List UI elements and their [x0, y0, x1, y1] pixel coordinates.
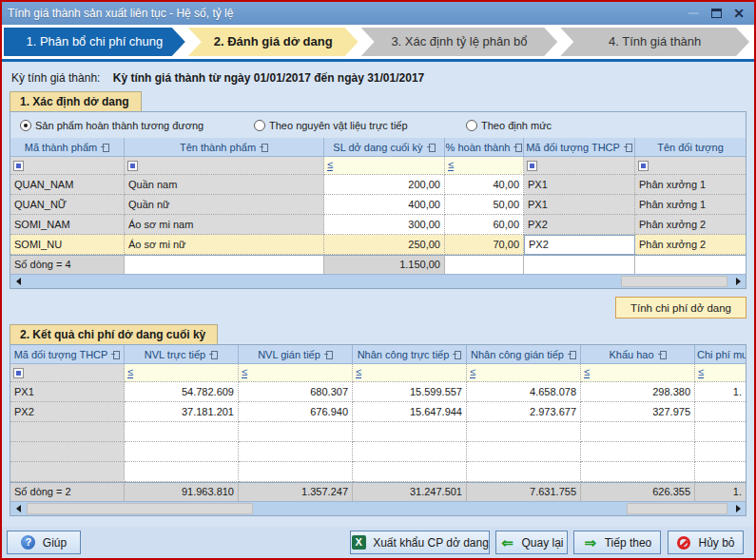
cell-objname[interactable]: Phân xưởng 1 [635, 195, 746, 215]
cell-objname[interactable]: Phân xưởng 2 [635, 235, 746, 255]
filter-cell[interactable]: ≤ [125, 364, 239, 382]
section1-tab[interactable]: 1. Xác định dở dang [10, 91, 142, 111]
less-equal-icon[interactable]: ≤ [127, 367, 133, 378]
scrollbar-thumb[interactable] [621, 276, 727, 287]
cell-obj[interactable]: PX1 [524, 195, 635, 215]
cancel-button[interactable]: Hủy bỏ [668, 531, 744, 554]
scroll-left-arrow[interactable] [10, 275, 26, 288]
filter-cell[interactable] [10, 364, 125, 382]
pin-icon[interactable] [658, 350, 667, 358]
cell-code[interactable]: SOMI_NAM [10, 215, 125, 235]
less-equal-icon[interactable]: ≤ [584, 367, 590, 378]
filter-cell[interactable] [635, 157, 746, 175]
cell-name[interactable]: Áo sơ mi nam [125, 215, 324, 235]
filter-box-icon[interactable] [527, 161, 537, 171]
filter-cell[interactable] [125, 157, 324, 175]
table-row-empty[interactable] [10, 462, 746, 482]
next-button[interactable]: ⇒ Tiếp theo [573, 531, 661, 554]
cell-objname[interactable]: Phân xưởng 2 [635, 215, 746, 235]
filter-cell[interactable]: ≤ [239, 364, 353, 382]
export-wip-cost-button[interactable]: X Xuất khẩu CP dở dang [350, 531, 490, 554]
filter-cell[interactable]: ≤ [353, 364, 467, 382]
cell-obj[interactable]: PX2 [524, 215, 635, 235]
section2-tab[interactable]: 2. Kết quả chi phí dở dang cuối kỳ [10, 324, 218, 344]
table-row[interactable]: PX1 54.782.609 680.307 15.599.557 4.658.… [10, 382, 746, 402]
minimize-button[interactable] [684, 5, 703, 22]
scrollbar-thumb-secondary[interactable] [627, 503, 727, 514]
column-header[interactable]: Nhân công gián tiếp [467, 345, 581, 364]
table-row[interactable]: QUAN_NAM Quần nam 200,00 40,00 PX1 Phân … [10, 175, 746, 195]
column-header[interactable]: Khấu hao [581, 345, 695, 364]
filter-cell[interactable]: ≤ [581, 364, 695, 382]
wizard-step-4[interactable]: 4. Tính giá thành [560, 28, 749, 56]
cell-khau-hao[interactable]: 298.380 [581, 382, 695, 402]
filter-cell[interactable] [524, 157, 635, 175]
cell-cp-mua[interactable] [695, 402, 746, 422]
less-equal-icon[interactable]: ≤ [356, 367, 361, 378]
pin-icon[interactable] [324, 350, 333, 358]
pin-icon[interactable] [101, 143, 109, 151]
maximize-button[interactable] [707, 5, 726, 22]
pin-icon[interactable] [624, 143, 632, 151]
column-header[interactable]: Tên đối tượng [635, 138, 746, 157]
scroll-right-arrow[interactable] [730, 502, 746, 515]
cell-nvl-tt[interactable]: 54.782.609 [125, 382, 239, 402]
cell-pct[interactable]: 50,00 [445, 195, 524, 215]
filter-cell[interactable]: ≤ [695, 364, 746, 382]
cell-nvl-gt[interactable]: 676.940 [239, 402, 353, 422]
table-row[interactable]: SOMI_NAM Áo sơ mi nam 300,00 60,00 PX2 P… [10, 215, 746, 235]
wip-table-hscrollbar[interactable] [10, 274, 746, 288]
pin-icon[interactable] [568, 350, 576, 358]
cell-nvl-tt[interactable]: 37.181.201 [125, 402, 239, 422]
table-row-empty[interactable] [10, 422, 746, 442]
cell-pct[interactable]: 60,00 [445, 215, 524, 235]
pin-icon[interactable] [260, 143, 268, 151]
result-table-hscrollbar[interactable] [10, 501, 746, 515]
cell-qty[interactable]: 300,00 [324, 215, 445, 235]
cell-nc-gt[interactable]: 4.658.078 [467, 382, 581, 402]
cell-qty[interactable]: 400,00 [324, 195, 445, 215]
cell-pct[interactable]: 40,00 [445, 175, 524, 195]
filter-cell[interactable] [10, 157, 125, 175]
cell-nvl-gt[interactable]: 680.307 [239, 382, 353, 402]
cell-pct[interactable]: 70,00 [445, 235, 524, 255]
cell-qty[interactable]: 250,00 [324, 235, 445, 255]
help-button[interactable]: ? Giúp [7, 531, 81, 554]
table-row[interactable]: PX2 37.181.201 676.940 15.647.944 2.973.… [10, 402, 746, 422]
cell-objname[interactable]: Phân xưởng 1 [635, 175, 746, 195]
cell-cp-mua[interactable]: 1. [695, 382, 746, 402]
pin-icon[interactable] [514, 143, 522, 151]
column-header[interactable]: Nhân công trực tiếp [353, 345, 467, 364]
close-button[interactable]: ✕ [729, 5, 748, 22]
cell-code[interactable]: PX2 [10, 402, 125, 422]
column-header[interactable]: Mã đối tượng THCP [524, 138, 635, 157]
less-equal-icon[interactable]: ≤ [698, 367, 704, 378]
cell-qty[interactable]: 200,00 [324, 175, 445, 195]
filter-box-icon[interactable] [127, 161, 138, 171]
pin-icon[interactable] [427, 143, 436, 151]
scroll-left-arrow[interactable] [10, 502, 26, 515]
less-equal-icon[interactable]: ≤ [470, 367, 475, 378]
wizard-step-1[interactable]: 1. Phân bổ chi phí chung [4, 28, 185, 56]
filter-cell[interactable]: ≤ [324, 157, 445, 175]
less-equal-icon[interactable]: ≤ [448, 160, 454, 171]
scrollbar-thumb[interactable] [27, 503, 253, 514]
filter-cell[interactable]: ≤ [467, 364, 581, 382]
back-button[interactable]: ⇐ Quay lại [495, 531, 568, 554]
radio-direct-material[interactable]: Theo nguyên vật liệu trực tiếp [254, 120, 458, 131]
column-header[interactable]: NVL trực tiếp [125, 345, 239, 364]
cell-code[interactable]: PX1 [10, 382, 125, 402]
column-header[interactable]: SL dở dang cuối kỳ [324, 138, 445, 157]
column-header[interactable]: % hoàn thành [445, 138, 524, 157]
pin-icon[interactable] [111, 350, 120, 358]
compute-wip-cost-button[interactable]: Tính chi phí dở dang [615, 297, 746, 319]
less-equal-icon[interactable]: ≤ [242, 367, 247, 378]
less-equal-icon[interactable]: ≤ [327, 160, 333, 171]
radio-equivalent-product[interactable]: Sản phẩm hoàn thành tương đương [20, 120, 246, 131]
cell-name[interactable]: Áo sơ mi nữ [125, 235, 324, 255]
column-header[interactable]: Mã thành phẩm [10, 138, 125, 157]
cell-name[interactable]: Quần nữ [125, 195, 324, 215]
column-header[interactable]: NVL gián tiếp [239, 345, 353, 364]
cell-nc-tt[interactable]: 15.599.557 [353, 382, 467, 402]
cell-obj-active[interactable]: PX2 [524, 235, 635, 255]
